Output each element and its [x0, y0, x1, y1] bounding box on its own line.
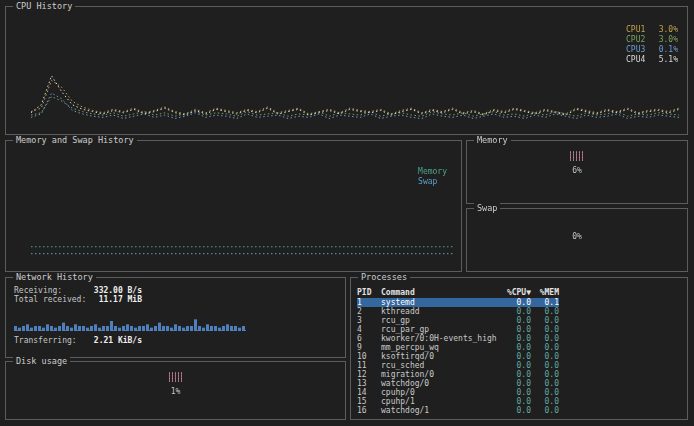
process-cpu: 0.0: [501, 334, 531, 343]
disk-usage-panel: Disk usage 1%: [5, 361, 346, 420]
memswap-history-title: Memory and Swap History: [13, 135, 137, 146]
process-cpu: 0.0: [501, 307, 531, 316]
network-transferring-row: Transferring: 2.21 KiB/s: [14, 336, 142, 345]
process-row[interactable]: 6 kworker/0:0H-events_high 0.0 0.0: [357, 334, 559, 343]
process-cpu: 0.0: [501, 379, 531, 388]
process-row[interactable]: 16 watchdog/1 0.0 0.0: [357, 406, 559, 415]
process-mem: 0.0: [531, 325, 559, 334]
memswap-legend-label: Memory: [418, 167, 447, 177]
process-mem: 0.0: [531, 307, 559, 316]
process-command: watchdog/0: [381, 379, 501, 388]
process-mem: 0.1: [531, 298, 559, 307]
process-row[interactable]: 15 cpuhp/1 0.0 0.0: [357, 397, 559, 406]
cpu-legend-value: 3.0%: [659, 35, 678, 45]
cpu-legend-label: CPU2: [626, 35, 645, 45]
process-row[interactable]: 4 rcu_par_gp 0.0 0.0: [357, 325, 559, 334]
disk-usage-meter: [168, 372, 184, 382]
memswap-y-axis: [8, 159, 25, 260]
process-cpu: 0.0: [501, 361, 531, 370]
process-pid: 11: [357, 361, 381, 370]
swap-title: Swap: [474, 203, 500, 214]
total-received-value: 11.17 MiB: [99, 295, 142, 304]
process-mem: 0.0: [531, 361, 559, 370]
process-pid: 16: [357, 406, 381, 415]
disk-percent: 1%: [6, 387, 345, 396]
memswap-legend-item: Memory: [418, 167, 447, 177]
process-pid: 2: [357, 307, 381, 316]
process-pid: 1: [357, 298, 381, 307]
process-command: rcu_gp: [381, 316, 501, 325]
network-history-panel: Network History Receiving: 332.00 B/s To…: [5, 277, 346, 358]
process-cpu: 0.0: [501, 325, 531, 334]
cpu-legend-value: 5.1%: [659, 55, 678, 65]
network-total-received-row: Total received: 11.17 MiB: [14, 295, 142, 304]
swap-gauge: 0%: [467, 227, 687, 241]
cpu-legend-item: CPU3 0.1%: [626, 45, 678, 55]
process-row[interactable]: 1 systemd 0.0 0.1: [357, 298, 559, 307]
process-row[interactable]: 2 kthreadd 0.0 0.0: [357, 307, 559, 316]
network-history-chart: [14, 311, 246, 331]
cpu-legend-item: CPU1 3.0%: [626, 25, 678, 35]
process-pid: 6: [357, 334, 381, 343]
cpu-history-chart: [30, 18, 680, 122]
process-cpu: 0.0: [501, 352, 531, 361]
cpu-legend: CPU1 3.0% CPU2 3.0% CPU3 0.1% CPU4 5.1%: [626, 25, 678, 65]
process-row[interactable]: 12 migration/0 0.0 0.0: [357, 370, 559, 379]
process-row[interactable]: 14 cpuhp/0 0.0 0.0: [357, 388, 559, 397]
process-row[interactable]: 13 watchdog/0 0.0 0.0: [357, 379, 559, 388]
process-cpu: 0.0: [501, 343, 531, 352]
process-mem: 0.0: [531, 352, 559, 361]
cpu-legend-item: CPU4 5.1%: [626, 55, 678, 65]
process-command: kworker/0:0H-events_high: [381, 334, 501, 343]
process-command: rcu_par_gp: [381, 325, 501, 334]
receiving-value: 332.00 B/s: [94, 286, 142, 295]
cpu-history-panel: CPU History CPU1 3.0% CPU2 3.0% CPU3 0.1…: [5, 6, 688, 135]
process-mem: 0.0: [531, 343, 559, 352]
memory-percent: 6%: [467, 166, 687, 175]
cpu-legend-label: CPU1: [626, 25, 645, 35]
process-cpu: 0.0: [501, 388, 531, 397]
transferring-value: 2.21 KiB/s: [94, 336, 142, 345]
process-row[interactable]: 11 rcu_sched 0.0 0.0: [357, 361, 559, 370]
process-cpu: 0.0: [501, 298, 531, 307]
processes-panel: Processes PID Command %CPU▼ %MEM 1 syste…: [350, 277, 688, 420]
process-command: migration/0: [381, 370, 501, 379]
memswap-legend-item: Swap: [418, 177, 447, 187]
process-cpu: 0.0: [501, 316, 531, 325]
cpu-legend-value: 3.0%: [659, 25, 678, 35]
memory-panel: Memory 6%: [466, 140, 688, 204]
cpu-legend-label: CPU4: [626, 55, 645, 65]
process-command: watchdog/1: [381, 406, 501, 415]
memory-gauge: 6%: [467, 151, 687, 175]
memswap-legend-label: Swap: [418, 177, 437, 187]
process-cpu: 0.0: [501, 406, 531, 415]
process-pid: 3: [357, 316, 381, 325]
process-mem: 0.0: [531, 379, 559, 388]
cpu-y-axis: [8, 25, 25, 126]
process-row[interactable]: 10 ksoftirqd/0 0.0 0.0: [357, 352, 559, 361]
column-header-cpu[interactable]: %CPU▼: [501, 288, 531, 297]
process-pid: 4: [357, 325, 381, 334]
process-row[interactable]: 3 rcu_gp 0.0 0.0: [357, 316, 559, 325]
process-command: mm_percpu_wq: [381, 343, 501, 352]
memory-usage-meter: [569, 151, 585, 161]
processes-title: Processes: [358, 272, 410, 283]
process-mem: 0.0: [531, 334, 559, 343]
system-monitor: CPU History CPU1 3.0% CPU2 3.0% CPU3 0.1…: [0, 0, 694, 426]
memswap-history-chart: [30, 152, 454, 256]
process-pid: 14: [357, 388, 381, 397]
disk-gauge: 1%: [6, 372, 345, 396]
process-command: ksoftirqd/0: [381, 352, 501, 361]
process-mem: 0.0: [531, 397, 559, 406]
column-header-command[interactable]: Command: [381, 288, 501, 297]
process-pid: 13: [357, 379, 381, 388]
column-header-pid[interactable]: PID: [357, 288, 381, 297]
network-receiving-row: Receiving: 332.00 B/s: [14, 286, 142, 295]
memswap-legend: Memory Swap: [418, 167, 447, 187]
column-header-mem[interactable]: %MEM: [531, 288, 559, 297]
receiving-label: Receiving:: [14, 286, 62, 295]
process-command: systemd: [381, 298, 501, 307]
cpu-legend-label: CPU3: [626, 45, 645, 55]
swap-percent: 0%: [467, 232, 687, 241]
process-row[interactable]: 9 mm_percpu_wq 0.0 0.0: [357, 343, 559, 352]
